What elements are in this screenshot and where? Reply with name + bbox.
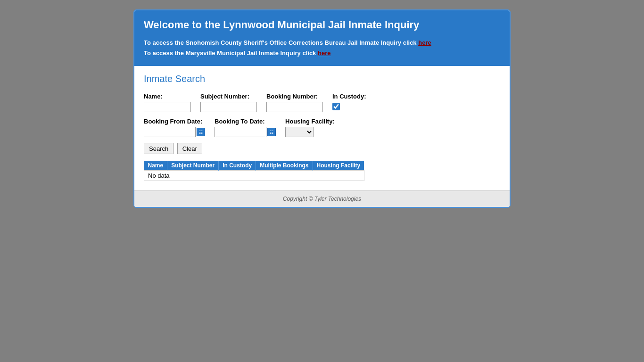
col-housing-facility[interactable]: Housing Facility — [313, 161, 364, 171]
main-container: Welcome to the Lynnwood Municipal Jail I… — [133, 9, 511, 208]
booking-from-date-input[interactable] — [144, 127, 196, 137]
name-input[interactable] — [144, 102, 191, 112]
results-table: Name Subject Number In Custody Multiple … — [144, 161, 364, 181]
form-row-1: Name: Subject Number: Booking Number: In… — [144, 93, 500, 112]
no-data-row: No data — [144, 171, 364, 181]
header-line2: To access the Marysville Municipal Jail … — [144, 48, 500, 58]
name-label: Name: — [144, 93, 191, 100]
booking-to-calendar-icon[interactable]: ☷ — [267, 128, 276, 136]
copyright-text: Copyright © Tyler Technologies — [283, 196, 361, 202]
in-custody-field: In Custody: — [332, 93, 366, 110]
booking-to-date-wrapper: ☷ — [215, 127, 276, 137]
subject-number-field: Subject Number: — [200, 93, 257, 112]
col-in-custody[interactable]: In Custody — [219, 161, 256, 171]
marysville-link[interactable]: here — [318, 49, 330, 57]
booking-from-date-field: Booking From Date: ☷ — [144, 118, 205, 137]
page-title: Welcome to the Lynnwood Municipal Jail I… — [144, 19, 500, 31]
subject-number-input[interactable] — [200, 102, 257, 112]
booking-from-calendar-icon[interactable]: ☷ — [197, 128, 205, 136]
header-line2-text: To access the Marysville Municipal Jail … — [144, 49, 318, 57]
col-name[interactable]: Name — [144, 161, 167, 171]
footer: Copyright © Tyler Technologies — [134, 190, 510, 207]
booking-number-field: Booking Number: — [266, 93, 323, 112]
button-row: Search Clear — [144, 143, 500, 154]
search-section: Inmate Search Name: Subject Number: Book… — [134, 66, 510, 190]
snohomish-link[interactable]: here — [418, 39, 431, 46]
header-section: Welcome to the Lynnwood Municipal Jail I… — [134, 10, 510, 66]
subject-number-label: Subject Number: — [200, 93, 257, 100]
booking-number-label: Booking Number: — [266, 93, 323, 100]
in-custody-label: In Custody: — [332, 93, 366, 100]
search-button[interactable]: Search — [144, 143, 173, 154]
booking-to-date-label: Booking To Date: — [215, 118, 276, 125]
housing-facility-field: Housing Facility: — [285, 118, 335, 137]
header-line1-text: To access the Snohomish County Sheriff's… — [144, 39, 418, 46]
header-line1: To access the Snohomish County Sheriff's… — [144, 38, 500, 48]
housing-facility-select[interactable] — [285, 127, 314, 137]
housing-facility-label: Housing Facility: — [285, 118, 335, 125]
col-subject-number[interactable]: Subject Number — [167, 161, 219, 171]
form-row-2: Booking From Date: ☷ Booking To Date: ☷ … — [144, 118, 500, 137]
name-field: Name: — [144, 93, 191, 112]
table-header-row: Name Subject Number In Custody Multiple … — [144, 161, 364, 171]
clear-button[interactable]: Clear — [177, 143, 202, 154]
booking-to-date-field: Booking To Date: ☷ — [215, 118, 276, 137]
booking-to-date-input[interactable] — [215, 127, 266, 137]
inmate-search-title: Inmate Search — [144, 74, 500, 84]
booking-from-date-wrapper: ☷ — [144, 127, 205, 137]
no-data-cell: No data — [144, 171, 364, 181]
booking-from-date-label: Booking From Date: — [144, 118, 205, 125]
booking-number-input[interactable] — [266, 102, 323, 112]
col-multiple-bookings[interactable]: Multiple Bookings — [256, 161, 313, 171]
in-custody-checkbox[interactable] — [332, 103, 340, 110]
header-links: To access the Snohomish County Sheriff's… — [144, 38, 500, 58]
